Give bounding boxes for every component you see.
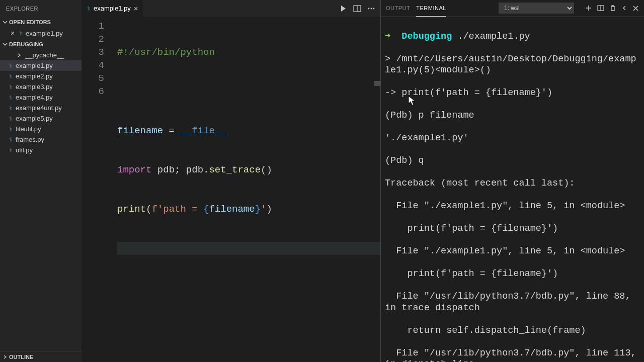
python-file-icon: ⚕	[9, 147, 13, 154]
file-item-example4[interactable]: ⚕ example4.py	[0, 92, 82, 103]
tab-actions	[334, 0, 380, 17]
chevron-right-icon	[17, 53, 22, 57]
panel-tab-terminal[interactable]: TERMINAL	[416, 0, 446, 17]
explorer-sidebar: EXPLORER OPEN EDITORS × ⚕ example1.py DE…	[0, 0, 82, 362]
open-editor-filename: example1.py	[26, 30, 63, 37]
python-file-icon: ⚕	[9, 73, 13, 80]
python-file-icon: ⚕	[9, 126, 13, 133]
more-icon[interactable]	[367, 5, 375, 13]
file-item-example4unt[interactable]: ⚕ example4unt.py	[0, 103, 82, 113]
folder-label: __pycache__	[25, 51, 64, 59]
python-file-icon: ⚕	[9, 136, 13, 143]
file-item-example3[interactable]: ⚕ example3.py	[0, 81, 82, 92]
file-label: frames.py	[16, 136, 44, 143]
file-label: util.py	[16, 146, 33, 154]
explorer-title: EXPLORER	[0, 0, 82, 17]
chevron-down-icon	[2, 20, 8, 25]
file-item-example1[interactable]: ⚕ example1.py	[0, 60, 82, 71]
chevron-down-icon	[2, 42, 8, 47]
python-file-icon: ⚕	[87, 5, 91, 12]
file-label: example3.py	[16, 83, 53, 90]
run-icon[interactable]	[339, 5, 347, 13]
terminal-header: OUTPUT TERMINAL 1: wsl	[381, 0, 644, 17]
close-panel-icon[interactable]	[632, 5, 639, 12]
python-file-icon: ⚕	[9, 83, 13, 90]
svg-point-4	[373, 8, 375, 9]
file-item-example5[interactable]: ⚕ example5.py	[0, 113, 82, 124]
new-terminal-icon[interactable]	[585, 5, 592, 12]
code-editor[interactable]: 1 2 3 4 5 6 #!/usr/bin/python filename =…	[82, 17, 380, 362]
open-editors-header[interactable]: OPEN EDITORS	[0, 17, 82, 28]
outline-label: OUTLINE	[9, 354, 33, 360]
project-name: DEBUGGING	[9, 41, 43, 47]
close-icon[interactable]: ×	[9, 30, 16, 37]
file-item-frames[interactable]: ⚕ frames.py	[0, 134, 82, 145]
file-item-example2[interactable]: ⚕ example2.py	[0, 71, 82, 81]
kill-terminal-icon[interactable]	[609, 5, 616, 12]
panel-tab-output[interactable]: OUTPUT	[386, 0, 410, 17]
file-label: fileutil.py	[16, 125, 41, 133]
file-label: example2.py	[16, 72, 53, 80]
file-item-fileutil[interactable]: ⚕ fileutil.py	[0, 124, 82, 134]
open-editors-label: OPEN EDITORS	[9, 19, 51, 25]
terminal-body[interactable]: ➜ Debugging ./example1.py > /mnt/c/Users…	[381, 17, 644, 362]
terminal-panel: OUTPUT TERMINAL 1: wsl ➜ Debugging ./exa…	[380, 0, 644, 362]
svg-point-3	[371, 8, 372, 9]
python-file-icon: ⚕	[9, 115, 13, 122]
outline-header[interactable]: OUTLINE	[0, 351, 82, 362]
file-label: example4.py	[16, 94, 53, 101]
project-header[interactable]: DEBUGGING	[0, 39, 82, 50]
file-item-util[interactable]: ⚕ util.py	[0, 145, 82, 155]
tab-example1[interactable]: ⚕ example1.py ×	[82, 0, 143, 17]
python-file-icon: ⚕	[9, 105, 13, 112]
tab-label: example1.py	[94, 5, 131, 12]
editor-tabs: ⚕ example1.py ×	[82, 0, 380, 17]
code-content[interactable]: #!/usr/bin/python filename = __file__ im…	[117, 17, 380, 362]
split-terminal-icon[interactable]	[597, 5, 604, 12]
split-editor-icon[interactable]	[353, 5, 361, 13]
editor-area: ⚕ example1.py × 1 2 3 4 5 6 #!/usr/bin/p…	[82, 0, 380, 362]
chevron-right-icon	[2, 355, 8, 359]
file-label: example5.py	[16, 115, 53, 122]
minimap-indicator[interactable]	[374, 81, 380, 86]
python-file-icon: ⚕	[9, 94, 13, 101]
svg-point-2	[368, 8, 370, 9]
python-file-icon: ⚕	[19, 30, 23, 37]
file-label: example4unt.py	[16, 104, 62, 112]
terminal-selector[interactable]: 1: wsl	[499, 3, 574, 14]
line-gutter: 1 2 3 4 5 6	[82, 17, 117, 362]
python-file-icon: ⚕	[9, 62, 13, 69]
prev-terminal-icon[interactable]	[621, 5, 627, 11]
file-label: example1.py	[16, 62, 53, 69]
open-editor-item[interactable]: × ⚕ example1.py	[0, 28, 82, 39]
folder-item-pycache[interactable]: __pycache__	[0, 50, 82, 60]
close-icon[interactable]: ×	[134, 5, 138, 12]
